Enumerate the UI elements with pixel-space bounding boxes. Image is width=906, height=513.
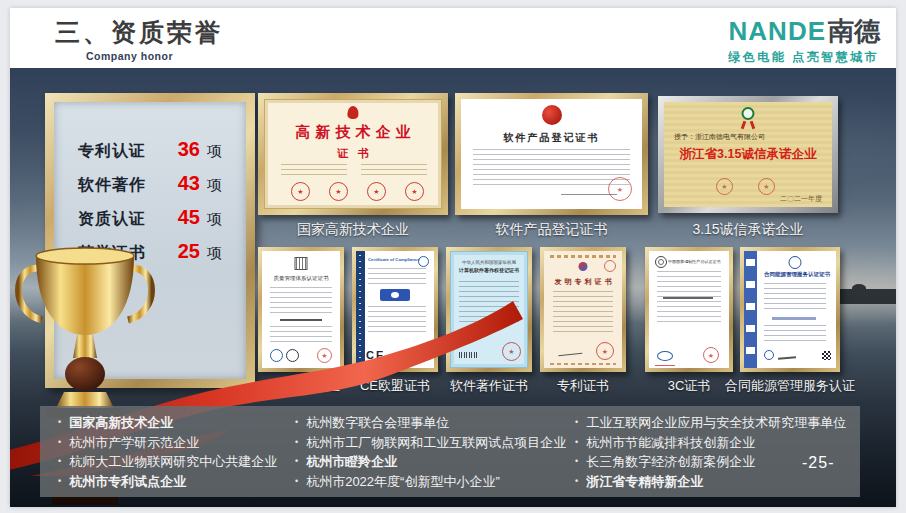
honor-item: 国家高新技术企业 [58,413,277,433]
stat-unit: 项 [207,142,222,161]
certificate-patent: 发明专利证书 [540,247,626,372]
honors-list: 国家高新技术企业 杭州市产学研示范企业 杭师大工业物联网研究中心共建企业 杭州市… [58,413,277,491]
honor-item: 杭州市产学研示范企业 [58,433,277,453]
honor-item: 浙江省专精特新企业 [575,472,846,492]
decorative-border [550,255,616,258]
certificate-inner: 中国国家强制性产品认证证书 [649,251,729,368]
text-lines [553,291,613,333]
text-lines [764,283,826,313]
stat-value: 36 [178,138,200,161]
slide-background: { "header": { "title": "三、资质荣誉", "subtit… [0,0,906,513]
stat-label: 资质认证 [78,209,146,230]
text-lines [764,325,826,343]
logo-latin-text: NANDE [729,16,826,46]
stat-value: 43 [178,172,200,195]
green-certification-icon [742,107,755,120]
red-star-stamp-icon [502,342,521,361]
honors-list: 工业互联网企业应用与安全技术研究理事单位 杭州市节能减排科技创新企业 长三角数字… [575,413,846,491]
certificate-title: 发明专利证书 [544,277,622,287]
year-line: 二〇二一年度 [780,194,822,204]
grade-line [772,317,816,320]
honor-item: 工业互联网企业应用与安全技术研究理事单位 [575,413,846,433]
national-emblem-icon [542,105,562,125]
cqc-mark-icon [657,351,673,361]
certificate-inner: 合同能源管理服务认证证书 [744,251,836,368]
logo-ribbon-icon [750,121,756,130]
cnipa-logo-icon [579,262,588,271]
stat-label: 专利认证 [78,141,146,162]
certificate-inner: 中华人民共和国国家版权局 计算机软件著作权登记证书 [450,251,528,368]
text-lines [270,326,332,342]
certificate-energy-management: 合同能源管理服务认证证书 [740,247,840,372]
stat-value: 25 [178,240,200,263]
certificate-subtitle: 证书 [265,146,441,161]
certificate-title: 中国国家强制性产品认证证书 [668,259,721,264]
text-lines [281,164,347,177]
background-photo: 专利认证 36 项 软件著作 43 项 资质认证 45 项 [10,68,896,507]
red-text-line [655,365,675,367]
text-lines [368,268,426,285]
certificate-title: 浙江省3.15诚信承诺企业 [664,146,832,163]
ccc-mark-icon [655,256,667,268]
gec-logo-icon [746,325,755,332]
band-text-lines [359,255,361,363]
certificate-ce: Certificate of Compliance CE [352,247,438,372]
certificate-inner: 授予：浙江南德电气有限公司 浙江省3.15诚信承诺企业 二〇二一年度 [664,102,832,207]
company-name-line [280,319,322,321]
certificate-315-integrity: 授予：浙江南德电气有限公司 浙江省3.15诚信承诺企业 二〇二一年度 [658,96,838,213]
certificate-title: 质量管理体系认证证书 [262,275,340,282]
honors-list: 杭州数字联合会理事单位 杭州市工厂物联网和工业互联网试点项目企业 杭州市瞪羚企业… [295,413,566,491]
thumb-highlight [391,292,399,298]
red-seal-icon [758,178,775,195]
honor-item: 杭州市2022年度“创新型中小企业” [295,472,566,492]
red-seal-icon [703,347,719,363]
red-seal-icon [596,342,614,360]
honor-item: 杭州市节能减排科技创新企业 [575,433,846,453]
certificate-inner: 质量管理体系认证证书 [262,251,340,368]
certificate-title: 合同能源管理服务认证证书 [760,271,834,278]
text-lines [459,281,519,325]
red-seal-icon [415,350,427,362]
gec-round-logo-icon [789,256,802,269]
red-seal-icon [608,177,632,201]
gec-logo-icon [746,347,755,354]
certificate-3c: 中国国家强制性产品认证证书 [645,247,733,372]
honor-item: 杭州市专利试点企业 [58,472,277,492]
gec-logo-icon [746,281,755,288]
signature-line [778,356,796,359]
barcode [459,352,477,358]
signature-line [558,347,583,356]
certificate-high-tech-enterprise: 高新技术企业 证书 [258,93,448,215]
certificate-inner: Certificate of Compliance CE [356,251,434,368]
certificate-software-copyright: 中华人民共和国国家版权局 计算机软件著作权登记证书 [446,247,532,372]
logo-ribbon-icon [741,121,747,130]
highlight-line [663,297,713,299]
company-logo: NANDE南德 [729,14,880,49]
stat-value: 45 [178,206,200,229]
header: 三、资质荣誉 Company honor NANDE南德 绿色电能 点亮智慧城市 [10,8,896,68]
gec-logo-icon [746,303,755,310]
certificate-inner: 软件产品登记证书 [461,99,642,209]
gec-side-band [744,251,757,368]
tree-silhouette [852,284,866,292]
text-lines [361,164,427,177]
honor-item: 杭州数字联合会理事单位 [295,413,566,433]
decorative-border [550,363,616,365]
stat-row-software: 软件著作 43 项 [78,172,222,196]
iso-grid-logo-icon [295,257,308,270]
certificate-software-product: 软件产品登记证书 [455,93,648,215]
stat-row-patents: 专利认证 36 项 [78,138,222,162]
slide: 三、资质荣誉 Company honor NANDE南德 绿色电能 点亮智慧城市… [10,8,896,507]
honors-footer-panel: 国家高新技术企业 杭州市产学研示范企业 杭师大工业物联网研究中心共建企业 杭州市… [40,406,860,497]
iaf-mark-icon [270,349,283,362]
page-title: 三、资质荣誉 [55,16,223,49]
ce-globe-icon [418,256,429,267]
certificate-title: 软件产品登记证书 [461,131,642,145]
certificate-inner: 发明专利证书 [544,251,622,368]
red-seal-outline-icon [604,260,616,272]
ccc-mark-inner [658,259,664,265]
red-seal-icon [367,182,386,201]
logo-cjk-text: 南德 [828,16,880,46]
award-line: 授予：浙江南德电气有限公司 [674,132,765,142]
stat-label: 软件著作 [78,175,146,196]
